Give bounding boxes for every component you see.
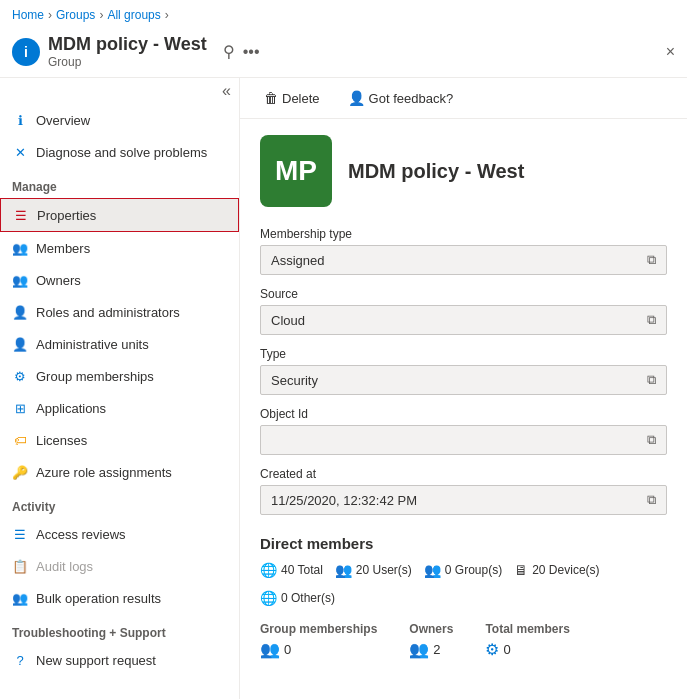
copy-membership-type-icon[interactable]: ⧉ xyxy=(647,252,656,268)
sidebar-label-group-memberships: Group memberships xyxy=(36,369,154,384)
feedback-button[interactable]: 👤 Got feedback? xyxy=(340,86,462,110)
dm-devices-value: 20 Device(s) xyxy=(532,563,599,577)
dm-devices: 🖥 20 Device(s) xyxy=(514,562,599,578)
dm-others-value: 0 Other(s) xyxy=(281,591,335,605)
sidebar-item-diagnose[interactable]: ✕ Diagnose and solve problems xyxy=(0,136,239,168)
sidebar-item-group-memberships[interactable]: ⚙ Group memberships xyxy=(0,360,239,392)
sidebar-item-licenses[interactable]: 🏷 Licenses xyxy=(0,424,239,456)
pin-icon[interactable]: ⚲ xyxy=(223,42,235,61)
sidebar-item-access-reviews[interactable]: ☰ Access reviews xyxy=(0,518,239,550)
members-icon: 👥 xyxy=(12,240,28,256)
more-icon[interactable]: ••• xyxy=(243,43,260,61)
group-header: MP MDM policy - West xyxy=(260,135,667,207)
membership-type-value: Assigned xyxy=(271,253,647,268)
group-name: MDM policy - West xyxy=(348,160,524,183)
source-field: Source Cloud ⧉ xyxy=(260,287,667,335)
membership-type-value-field: Assigned ⧉ xyxy=(260,245,667,275)
stat-total-members-value: ⚙ 0 xyxy=(485,640,569,659)
breadcrumb-groups[interactable]: Groups xyxy=(56,8,95,22)
sidebar-item-bulk-ops[interactable]: 👥 Bulk operation results xyxy=(0,582,239,614)
sidebar-item-applications[interactable]: ⊞ Applications xyxy=(0,392,239,424)
delete-icon: 🗑 xyxy=(264,90,278,106)
sidebar-item-properties[interactable]: ☰ Properties xyxy=(0,198,239,232)
licenses-icon: 🏷 xyxy=(12,432,28,448)
close-button[interactable]: × xyxy=(666,43,675,61)
content-body: MP MDM policy - West Membership type Ass… xyxy=(240,119,687,675)
sidebar: « ℹ Overview ✕ Diagnose and solve proble… xyxy=(0,78,240,699)
sidebar-item-owners[interactable]: 👥 Owners xyxy=(0,264,239,296)
admin-units-icon: 👤 xyxy=(12,336,28,352)
object-id-label: Object Id xyxy=(260,407,667,421)
roles-icon: 👤 xyxy=(12,304,28,320)
collapse-icon[interactable]: « xyxy=(222,82,231,100)
created-at-label: Created at xyxy=(260,467,667,481)
toolbar: 🗑 Delete 👤 Got feedback? xyxy=(240,78,687,119)
copy-type-icon[interactable]: ⧉ xyxy=(647,372,656,388)
sidebar-label-admin-units: Administrative units xyxy=(36,337,149,352)
title-icon: i xyxy=(12,38,40,66)
breadcrumb: Home › Groups › All groups › xyxy=(0,0,687,30)
feedback-icon: 👤 xyxy=(348,90,365,106)
title-bar: i MDM policy - West Group ⚲ ••• × xyxy=(0,30,687,78)
title-actions: ⚲ ••• xyxy=(223,42,260,61)
type-label: Type xyxy=(260,347,667,361)
dm-groups-icon: 👥 xyxy=(424,562,441,578)
sidebar-item-admin-units[interactable]: 👤 Administrative units xyxy=(0,328,239,360)
sidebar-item-members[interactable]: 👥 Members xyxy=(0,232,239,264)
sidebar-item-new-support[interactable]: ? New support request xyxy=(0,644,239,676)
dm-total-value: 40 Total xyxy=(281,563,323,577)
content-area: 🗑 Delete 👤 Got feedback? MP MDM policy -… xyxy=(240,78,687,699)
dm-devices-icon: 🖥 xyxy=(514,562,528,578)
applications-icon: ⊞ xyxy=(12,400,28,416)
sidebar-label-azure-role: Azure role assignments xyxy=(36,465,172,480)
stat-group-memberships: Group memberships 👥 0 xyxy=(260,622,377,659)
stat-owners: Owners 👥 2 xyxy=(409,622,453,659)
dm-users: 👥 20 User(s) xyxy=(335,562,412,578)
overview-icon: ℹ xyxy=(12,112,28,128)
title-text: MDM policy - West Group xyxy=(48,34,207,69)
created-at-value-field: 11/25/2020, 12:32:42 PM ⧉ xyxy=(260,485,667,515)
breadcrumb-home[interactable]: Home xyxy=(12,8,44,22)
dm-others-icon: 🌐 xyxy=(260,590,277,606)
group-avatar: MP xyxy=(260,135,332,207)
stat-owners-icon: 👥 xyxy=(409,640,429,659)
copy-source-icon[interactable]: ⧉ xyxy=(647,312,656,328)
direct-members-row: 🌐 40 Total 👥 20 User(s) 👥 0 Group(s) 🖥 2… xyxy=(260,562,667,606)
properties-icon: ☰ xyxy=(13,207,29,223)
sidebar-item-overview[interactable]: ℹ Overview xyxy=(0,104,239,136)
dm-groups-value: 0 Group(s) xyxy=(445,563,502,577)
stat-owners-label: Owners xyxy=(409,622,453,636)
audit-logs-icon: 📋 xyxy=(12,558,28,574)
sidebar-section-manage: Manage xyxy=(0,168,239,198)
stat-total-members-icon: ⚙ xyxy=(485,640,499,659)
copy-object-id-icon[interactable]: ⧉ xyxy=(647,432,656,448)
sidebar-item-audit-logs[interactable]: 📋 Audit logs xyxy=(0,550,239,582)
sidebar-section-troubleshooting: Troubleshooting + Support xyxy=(0,614,239,644)
stat-total-members: Total members ⚙ 0 xyxy=(485,622,569,659)
sidebar-label-members: Members xyxy=(36,241,90,256)
access-reviews-icon: ☰ xyxy=(12,526,28,542)
type-field: Type Security ⧉ xyxy=(260,347,667,395)
dm-total-icon: 🌐 xyxy=(260,562,277,578)
sidebar-label-new-support: New support request xyxy=(36,653,156,668)
page-subtitle: Group xyxy=(48,55,207,69)
created-at-value: 11/25/2020, 12:32:42 PM xyxy=(271,493,647,508)
stat-owners-value: 👥 2 xyxy=(409,640,453,659)
sidebar-label-applications: Applications xyxy=(36,401,106,416)
sidebar-item-azure-role[interactable]: 🔑 Azure role assignments xyxy=(0,456,239,488)
copy-created-at-icon[interactable]: ⧉ xyxy=(647,492,656,508)
owners-icon: 👥 xyxy=(12,272,28,288)
delete-button[interactable]: 🗑 Delete xyxy=(256,86,328,110)
breadcrumb-all-groups[interactable]: All groups xyxy=(107,8,160,22)
sidebar-label-bulk-ops: Bulk operation results xyxy=(36,591,161,606)
sidebar-item-roles[interactable]: 👤 Roles and administrators xyxy=(0,296,239,328)
created-at-field: Created at 11/25/2020, 12:32:42 PM ⧉ xyxy=(260,467,667,515)
object-id-field: Object Id ⧉ xyxy=(260,407,667,455)
dm-groups: 👥 0 Group(s) xyxy=(424,562,502,578)
stat-group-memberships-icon: 👥 xyxy=(260,640,280,659)
type-value-field: Security ⧉ xyxy=(260,365,667,395)
main-layout: « ℹ Overview ✕ Diagnose and solve proble… xyxy=(0,78,687,699)
sidebar-collapse: « xyxy=(0,78,239,104)
sidebar-label-roles: Roles and administrators xyxy=(36,305,180,320)
object-id-value-field: ⧉ xyxy=(260,425,667,455)
